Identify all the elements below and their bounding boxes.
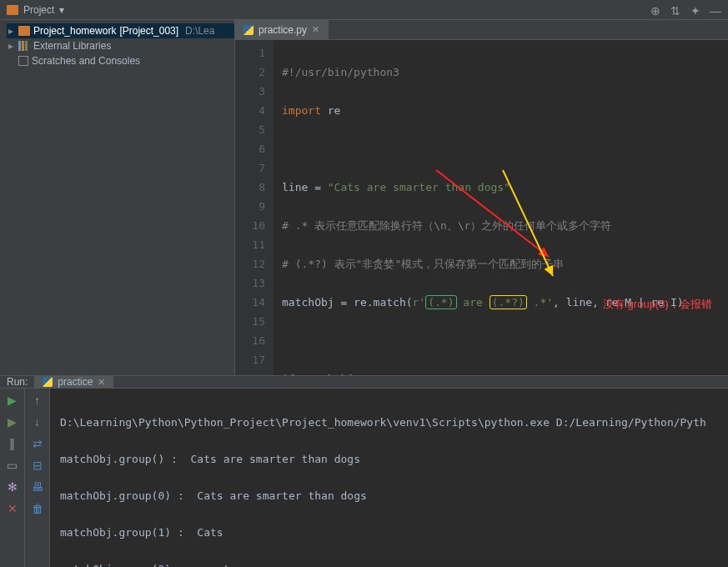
line-num: 12 (235, 254, 265, 273)
settings-icon[interactable]: ✦ (690, 4, 701, 16)
line-num: 18 (235, 369, 265, 375)
line-num: 3 (235, 82, 265, 101)
line-num: 11 (235, 235, 265, 254)
tree-root-name: Project_homework (33, 25, 116, 37)
close-icon[interactable]: ✕ (98, 377, 105, 388)
stop-icon[interactable]: ✕ (6, 502, 19, 515)
project-tree-panel: ▸ Project_homework [Project_003] D:\Lea … (0, 20, 235, 375)
console-line: matchObj.group(2) : smarter (60, 560, 718, 567)
tree-scratch-label: Scratches and Consoles (32, 55, 140, 67)
line-num: 10 (235, 216, 265, 235)
python-icon (43, 377, 53, 387)
line-num: 4 (235, 101, 265, 120)
line-num: 7 (235, 158, 265, 178)
console-line: matchObj.group(0) : Cats are smarter tha… (60, 487, 718, 505)
tree-libraries[interactable]: ▸ External Libraries (7, 38, 234, 53)
line-num: 15 (235, 312, 265, 331)
frame-icon[interactable]: ▭ (6, 459, 19, 472)
rerun-icon[interactable]: ▶ (6, 394, 19, 407)
tree-root[interactable]: ▸ Project_homework [Project_003] D:\Lea (7, 23, 234, 38)
close-icon[interactable]: ✕ (312, 24, 319, 35)
dropdown-icon[interactable]: ▾ (59, 4, 64, 16)
line-num: 17 (235, 350, 265, 369)
tree-lib-label: External Libraries (33, 40, 111, 52)
python-icon (244, 25, 254, 35)
pause-icon[interactable]: ‖ (6, 437, 19, 450)
sort-icon[interactable]: ⇅ (670, 4, 681, 16)
run-icon[interactable]: ▶ (6, 415, 19, 429)
regex-group2: (.*?) (490, 295, 527, 309)
line-num: 6 (235, 139, 265, 158)
down-icon[interactable]: ↓ (31, 415, 44, 429)
trash-icon[interactable]: 🗑 (31, 502, 44, 515)
line-num: 8 (235, 178, 265, 197)
run-panel: Run: practice ✕ ▶ ▶ ‖ ▭ ✻ ✕ ↑ ↓ ⇄ ⊟ 🖶 🗑 … (0, 375, 728, 567)
code-line: import (282, 104, 321, 117)
project-label: Project (23, 4, 54, 16)
tree-scratches[interactable]: Scratches and Consoles (7, 53, 234, 68)
dump-icon[interactable]: ✻ (6, 480, 19, 494)
console-output[interactable]: D:\Learning\Python\Python_Project\Projec… (50, 389, 728, 567)
up-icon[interactable]: ↑ (31, 394, 44, 407)
code-comment: # (.*?) 表示"非贪婪"模式，只保存第一个匹配到的子串 (282, 258, 564, 270)
collapse-icon[interactable]: — (710, 4, 721, 16)
line-num: 9 (235, 197, 265, 216)
tree-root-suffix: [Project_003] (119, 25, 178, 37)
gutter: 1 2 3 4 5 6 7 8 9 10 11 12 13 14 15 16 1… (235, 40, 274, 375)
run-tab-label: practice (58, 376, 93, 388)
line-num: 16 (235, 331, 265, 350)
library-icon (18, 41, 30, 51)
tab-practice[interactable]: practice.py ✕ (235, 20, 329, 39)
line-num: 13 (235, 273, 265, 293)
line-num: 14 (235, 293, 265, 312)
scroll-icon[interactable]: ⊟ (31, 459, 44, 472)
target-icon[interactable]: ⊕ (650, 4, 661, 16)
code-comment: # .* 表示任意匹配除换行符（\n、\r）之外的任何单个或多个字符 (282, 219, 611, 232)
folder-icon (18, 26, 30, 36)
wrap-icon[interactable]: ⇄ (31, 437, 44, 450)
run-toolbar-right: ↑ ↓ ⇄ ⊟ 🖶 🗑 (25, 389, 50, 567)
project-toolbar: Project ▾ ⊕ ⇅ ✦ — (0, 0, 728, 20)
expand-icon[interactable]: ▸ (7, 25, 15, 37)
expand-icon[interactable]: ▸ (7, 40, 15, 52)
console-line: matchObj.group() : Cats are smarter than… (60, 450, 718, 469)
regex-group1: (.*) (425, 295, 456, 309)
editor-tabs: practice.py ✕ (235, 20, 728, 40)
tree-root-path: D:\Lea (185, 25, 214, 37)
line-num: 1 (235, 43, 265, 63)
folder-icon (7, 5, 18, 15)
code-content[interactable]: #!/usr/bin/python3 import re line = "Cat… (274, 40, 684, 375)
line-num: 2 (235, 63, 265, 82)
print-icon[interactable]: 🖶 (31, 480, 44, 494)
code-line: #!/usr/bin/python3 (282, 66, 399, 78)
editor-panel: practice.py ✕ 1 2 3 4 5 6 7 8 9 10 11 12… (235, 20, 728, 375)
tab-label: practice.py (259, 24, 307, 36)
run-tab[interactable]: practice ✕ (34, 376, 113, 388)
line-num: 5 (235, 120, 265, 139)
console-line: matchObj.group(1) : Cats (60, 524, 718, 542)
run-label: Run: (0, 376, 34, 388)
annotation-error: 没有.group(3)，会报错 (603, 294, 712, 314)
console-line: D:\Learning\Python\Python_Project\Projec… (60, 414, 718, 432)
run-toolbar-left: ▶ ▶ ‖ ▭ ✻ ✕ (0, 389, 25, 567)
scratch-icon (18, 56, 28, 66)
